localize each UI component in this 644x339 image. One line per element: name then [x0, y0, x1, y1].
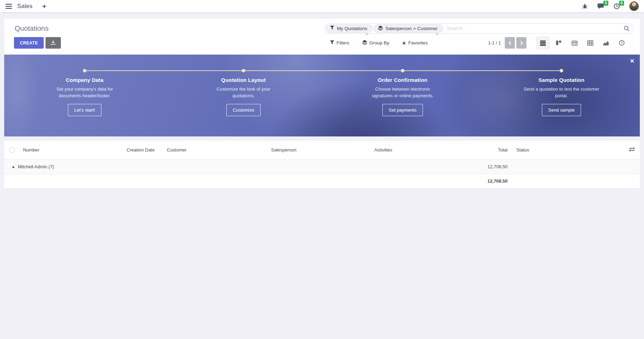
column-header-creation-date[interactable]: Creation Date — [122, 141, 163, 159]
column-header-customer[interactable]: Customer — [163, 141, 267, 159]
column-header-salesperson[interactable]: Salesperson — [267, 141, 370, 159]
facet-remove-icon[interactable]: × — [366, 32, 368, 36]
column-header-total[interactable]: Total — [425, 141, 510, 159]
step-description: Customize the look of your quotations. — [205, 86, 282, 99]
view-pivot-icon[interactable] — [583, 36, 597, 49]
column-header-activities[interactable]: Activities — [370, 141, 425, 159]
layers-icon — [378, 26, 383, 31]
filters-label: Filters — [337, 40, 349, 45]
view-switchers — [536, 36, 629, 49]
pager-buttons — [505, 37, 526, 49]
progress-dot — [560, 69, 563, 72]
quotations-list: Number Creation Date Customer Salesperso… — [4, 141, 640, 189]
pager-next-button[interactable] — [516, 37, 526, 49]
control-panel: Quotations My Quotations × Salesperson >… — [4, 19, 640, 55]
messages-icon[interactable]: 5 — [597, 3, 604, 9]
onboarding-step-sample-quotation: Sample Quotation Send a quotation to tes… — [505, 77, 617, 116]
star-icon: ★ — [402, 41, 406, 45]
table-header-row: Number Creation Date Customer Salesperso… — [4, 141, 640, 159]
step-title: Sample Quotation — [505, 77, 617, 83]
app-name[interactable]: Sales — [17, 3, 33, 10]
progress-line — [85, 70, 561, 71]
facet-label: My Quotations — [337, 26, 367, 31]
filters-menu[interactable]: Filters — [330, 40, 349, 46]
filter-icon — [330, 40, 334, 46]
view-kanban-icon[interactable] — [552, 36, 566, 49]
control-panel-bottom-row: CREATE Filters Group By ★ — [10, 37, 634, 49]
group-label: Mitchell Admin (7) — [18, 164, 54, 169]
step-title: Order Confirmation — [347, 77, 459, 83]
select-all-checkbox[interactable] — [9, 147, 14, 153]
favorites-menu[interactable]: ★ Favorites — [402, 40, 428, 45]
facet-remove-icon[interactable]: × — [436, 32, 438, 36]
progress-dot — [242, 69, 245, 72]
lets-start-button[interactable]: Let's start! — [68, 104, 101, 116]
top-navbar: Sales + 5 6 — [0, 0, 644, 12]
filter-icon — [330, 26, 334, 31]
view-activity-icon[interactable] — [615, 36, 629, 49]
group-by-menu[interactable]: Group By — [362, 40, 389, 46]
footer-total: 12,708.50 — [425, 174, 510, 188]
navbar-left: Sales + — [5, 3, 46, 10]
group-total: 12,708.50 — [425, 159, 510, 174]
optional-columns-icon[interactable] — [629, 147, 635, 152]
activities-clock-icon[interactable]: 6 — [614, 3, 620, 9]
facet-label: Salesperson > Customer — [385, 26, 438, 31]
banner-close-icon[interactable]: × — [630, 57, 634, 64]
progress-dot — [83, 69, 86, 72]
step-title: Quotation Layout — [187, 77, 299, 83]
view-graph-icon[interactable] — [599, 36, 613, 49]
activities-badge: 6 — [619, 1, 624, 6]
pager: 1-1 / 1 — [488, 37, 526, 49]
set-payments-button[interactable]: Set payments — [382, 104, 423, 116]
view-calendar-icon[interactable] — [567, 36, 581, 49]
apps-menu-icon[interactable] — [5, 3, 12, 9]
group-by-label: Group By — [369, 40, 389, 45]
step-description: Set your company's data for documents he… — [46, 86, 123, 99]
search-bar[interactable]: My Quotations × Salesperson > Customer ×… — [324, 23, 634, 34]
search-options: Filters Group By ★ Favorites — [330, 37, 428, 49]
step-description: Choose between electronic signatures or … — [364, 86, 441, 99]
send-sample-button[interactable]: Send sample — [542, 104, 581, 116]
plus-icon[interactable]: + — [42, 3, 46, 9]
search-icon[interactable] — [624, 26, 630, 31]
layers-icon — [362, 40, 367, 46]
group-row-mitchell-admin[interactable]: ▶Mitchell Admin (7) 12,708.50 — [4, 159, 640, 174]
onboarding-step-company-data: Company Data Set your company's data for… — [29, 77, 141, 116]
facet-my-quotations[interactable]: My Quotations × — [326, 24, 373, 33]
favorites-label: Favorites — [408, 40, 428, 45]
group-caret-icon[interactable]: ▶ — [13, 165, 15, 169]
control-panel-top-row: Quotations My Quotations × Salesperson >… — [10, 21, 634, 36]
step-title: Company Data — [29, 77, 141, 83]
download-icon — [51, 40, 56, 46]
create-button[interactable]: CREATE — [14, 37, 44, 49]
quotations-table: Number Creation Date Customer Salesperso… — [4, 141, 640, 189]
table-footer-row: 12,708.50 — [4, 174, 640, 188]
pager-previous-button[interactable] — [505, 37, 515, 49]
navbar-right: 5 6 — [582, 1, 639, 11]
onboarding-banner: × Company Data Set your company's data f… — [4, 55, 640, 136]
debug-bug-icon[interactable] — [582, 3, 588, 9]
facet-salesperson-customer[interactable]: Salesperson > Customer × — [374, 24, 443, 33]
progress-dot — [401, 69, 404, 72]
column-header-status[interactable]: Status — [510, 141, 595, 159]
action-buttons: CREATE — [14, 37, 61, 49]
search-input[interactable]: Search... — [447, 26, 624, 31]
customize-button[interactable]: Customize — [226, 104, 260, 116]
column-header-number[interactable]: Number — [19, 141, 122, 159]
step-description: Send a quotation to test the customer po… — [523, 86, 600, 99]
onboarding-step-quotation-layout: Quotation Layout Customize the look of y… — [187, 77, 299, 116]
export-button[interactable] — [45, 37, 61, 49]
page-title: Quotations — [10, 24, 49, 33]
user-avatar[interactable] — [629, 1, 639, 11]
onboarding-step-order-confirmation: Order Confirmation Choose between electr… — [347, 77, 459, 116]
view-list-icon[interactable] — [536, 36, 550, 49]
messages-badge: 5 — [603, 1, 608, 6]
pager-value: 1-1 / 1 — [488, 40, 501, 45]
